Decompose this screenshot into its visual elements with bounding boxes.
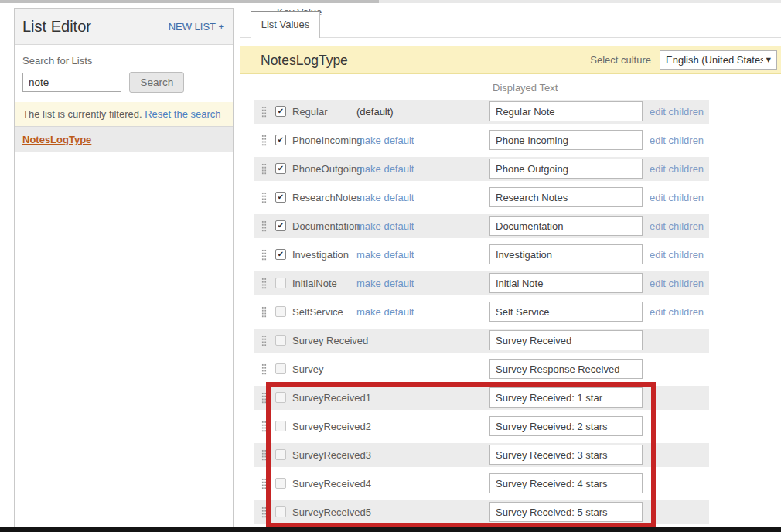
displayed-text-input[interactable] bbox=[489, 359, 643, 379]
key-value-label: Survey Received bbox=[292, 329, 368, 353]
drag-handle-icon[interactable] bbox=[261, 249, 267, 261]
culture-select[interactable]: English (United States) ▼ bbox=[660, 50, 777, 70]
displayed-text-input[interactable] bbox=[489, 273, 643, 293]
displayed-text-input[interactable] bbox=[489, 130, 643, 150]
displayed-text-input[interactable] bbox=[489, 244, 643, 264]
key-value-label: PhoneIncoming bbox=[292, 128, 362, 152]
value-enabled-checkbox[interactable] bbox=[275, 478, 286, 489]
make-default-link[interactable]: make default bbox=[356, 271, 414, 295]
make-default-link[interactable]: make default bbox=[356, 128, 414, 152]
value-enabled-checkbox[interactable] bbox=[275, 421, 286, 431]
drag-handle-icon[interactable] bbox=[261, 363, 267, 375]
culture-select-value: English (United States) bbox=[666, 54, 763, 66]
key-value-label: SurveyReceived5 bbox=[292, 500, 371, 524]
list-title: NotesLogType bbox=[261, 46, 348, 74]
make-default-link[interactable]: make default bbox=[356, 214, 414, 238]
value-enabled-checkbox[interactable]: ✔ bbox=[275, 135, 286, 145]
value-enabled-checkbox[interactable] bbox=[275, 449, 286, 460]
list-value-row-highlighted: SurveyReceived3 bbox=[254, 443, 709, 467]
new-list-button[interactable]: NEW LIST + bbox=[169, 9, 224, 45]
drag-handle-icon[interactable] bbox=[261, 478, 267, 489]
make-default-link[interactable]: make default bbox=[356, 157, 414, 181]
key-value-label: Regular bbox=[292, 100, 328, 124]
list-value-row: InitialNotemake defaultedit children bbox=[254, 271, 709, 295]
edit-children-link[interactable]: edit children bbox=[650, 157, 704, 181]
list-value-row: Survey bbox=[254, 357, 709, 381]
drag-handle-icon[interactable] bbox=[261, 220, 267, 232]
key-value-label: Investigation bbox=[292, 243, 349, 267]
edit-children-link[interactable]: edit children bbox=[650, 300, 704, 324]
value-enabled-checkbox[interactable] bbox=[275, 363, 286, 374]
key-value-label: SurveyReceived2 bbox=[292, 414, 371, 438]
top-chrome-strip-left bbox=[0, 0, 379, 3]
drag-handle-icon[interactable] bbox=[261, 192, 267, 203]
drag-handle-icon[interactable] bbox=[261, 278, 267, 289]
key-value-label: SurveyReceived3 bbox=[292, 443, 371, 467]
chevron-down-icon: ▼ bbox=[766, 56, 771, 63]
list-value-row: ✔PhoneOutgoingmake defaultedit children bbox=[254, 157, 709, 181]
edit-children-link[interactable]: edit children bbox=[650, 243, 704, 267]
value-enabled-checkbox[interactable] bbox=[275, 278, 286, 288]
value-enabled-checkbox[interactable] bbox=[275, 335, 286, 346]
list-value-row: SelfServicemake defaultedit children bbox=[254, 300, 709, 324]
search-button[interactable]: Search bbox=[129, 72, 184, 93]
value-enabled-checkbox[interactable]: ✔ bbox=[275, 106, 286, 117]
displayed-text-input[interactable] bbox=[489, 502, 643, 522]
value-enabled-checkbox[interactable]: ✔ bbox=[275, 220, 286, 231]
make-default-link[interactable]: make default bbox=[356, 243, 414, 267]
make-default-link[interactable]: make default bbox=[356, 300, 414, 324]
displayed-text-input[interactable] bbox=[489, 302, 643, 322]
displayed-text-input[interactable] bbox=[489, 445, 643, 465]
value-enabled-checkbox[interactable] bbox=[275, 392, 286, 403]
edit-children-link[interactable]: edit children bbox=[650, 100, 704, 124]
drag-handle-icon[interactable] bbox=[261, 106, 267, 118]
value-enabled-checkbox[interactable]: ✔ bbox=[275, 192, 286, 203]
list-search-section: Search for Lists Search bbox=[15, 45, 233, 102]
value-enabled-checkbox[interactable] bbox=[275, 506, 286, 517]
displayed-text-input[interactable] bbox=[489, 159, 643, 179]
drag-handle-icon[interactable] bbox=[261, 306, 267, 318]
drag-handle-icon[interactable] bbox=[261, 449, 267, 461]
list-value-row: ✔Documentationmake defaultedit children bbox=[254, 214, 709, 238]
tab-list-values[interactable]: List Values bbox=[251, 11, 320, 38]
list-result-link[interactable]: NotesLogType bbox=[22, 134, 91, 145]
displayed-text-input[interactable] bbox=[489, 187, 643, 207]
key-value-label: Documentation bbox=[292, 214, 360, 238]
drag-handle-icon[interactable] bbox=[261, 421, 267, 432]
make-default-link[interactable]: make default bbox=[356, 186, 414, 210]
key-value-label: SurveyReceived1 bbox=[292, 386, 371, 410]
edit-children-link[interactable]: edit children bbox=[650, 128, 704, 152]
value-enabled-checkbox[interactable]: ✔ bbox=[275, 163, 286, 174]
drag-handle-icon[interactable] bbox=[261, 135, 267, 146]
drag-handle-icon[interactable] bbox=[261, 335, 267, 346]
key-value-label: InitialNote bbox=[292, 271, 337, 295]
key-value-label: SurveyReceived4 bbox=[292, 472, 371, 496]
list-value-row-highlighted: SurveyReceived5 bbox=[254, 500, 709, 524]
key-value-label: SelfService bbox=[292, 300, 343, 324]
edit-children-link[interactable]: edit children bbox=[650, 271, 704, 295]
edit-children-link[interactable]: edit children bbox=[650, 214, 704, 238]
displayed-text-input[interactable] bbox=[489, 101, 643, 121]
displayed-text-input[interactable] bbox=[489, 416, 643, 436]
list-title-banner: NotesLogType Select culture English (Uni… bbox=[240, 46, 781, 74]
value-enabled-checkbox[interactable] bbox=[275, 306, 286, 317]
drag-handle-icon[interactable] bbox=[261, 506, 267, 518]
drag-handle-icon[interactable] bbox=[261, 392, 267, 404]
filter-notice: The list is currently filtered. Reset th… bbox=[15, 102, 233, 126]
search-input[interactable] bbox=[22, 73, 121, 92]
edit-children-link[interactable]: edit children bbox=[650, 186, 704, 210]
displayed-text-input[interactable] bbox=[489, 330, 643, 350]
value-enabled-checkbox[interactable]: ✔ bbox=[275, 249, 286, 260]
list-editor-screen: List Editor NEW LIST + Search for Lists … bbox=[0, 0, 781, 532]
drag-handle-icon[interactable] bbox=[261, 163, 267, 175]
culture-label: Select culture bbox=[590, 46, 651, 74]
top-chrome-strip-right bbox=[379, 0, 781, 3]
displayed-text-input[interactable] bbox=[489, 387, 643, 408]
displayed-text-input[interactable] bbox=[489, 473, 643, 493]
reset-search-link[interactable]: Reset the search bbox=[145, 108, 220, 120]
list-value-row: Survey Received bbox=[254, 329, 709, 353]
list-value-row: ✔Regular(default)edit children bbox=[254, 100, 709, 124]
displayed-text-input[interactable] bbox=[489, 216, 643, 236]
list-editor-sidebar: List Editor NEW LIST + Search for Lists … bbox=[14, 8, 234, 532]
list-value-row: ✔Investigationmake defaultedit children bbox=[254, 243, 709, 267]
